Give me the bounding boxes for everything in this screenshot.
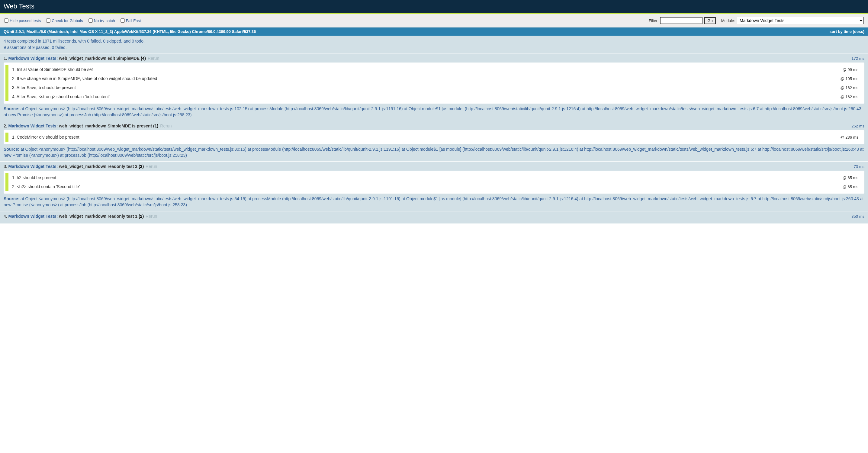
test-runtime: 172 ms	[851, 56, 864, 61]
rerun-link[interactable]: Rerun	[148, 56, 159, 61]
user-agent-banner: QUnit 2.9.1; Mozilla/5.0 (Macintosh; Int…	[0, 28, 868, 36]
test-source: Source: at Object.<anonymous> (http://lo…	[4, 147, 864, 158]
assertion-time: @ 162 ms	[840, 94, 858, 99]
assertion-message: 1. Initial Value of SimpleMDE should be …	[12, 67, 93, 72]
test-block: 2. Markdown Widget Tests: web_widget_mar…	[0, 121, 868, 161]
test-runtime: 73 ms	[854, 164, 864, 169]
test-module-name: Markdown Widget Tests:	[8, 214, 59, 219]
rerun-link[interactable]: Rerun	[160, 123, 172, 128]
source-text: at Object.<anonymous> (http://localhost:…	[4, 106, 861, 117]
assertion-time: @ 236 ms	[840, 135, 858, 140]
checkbox-group-hide-passed: Hide passed tests	[4, 19, 41, 23]
assertion-time: @ 65 ms	[843, 184, 858, 189]
toolbar: Hide passed testsCheck for GlobalsNo try…	[0, 14, 868, 28]
test-source: Source: at Object.<anonymous> (http://lo…	[4, 106, 864, 118]
tests-container: 1. Markdown Widget Tests: web_widget_mar…	[0, 54, 868, 224]
filter-group: Filter: Go	[649, 17, 716, 24]
no-trycatch-label[interactable]: No try-catch	[94, 19, 115, 23]
test-name: web_widget_markdown readonly test 2	[59, 164, 138, 169]
assertion-count: (4)	[141, 56, 146, 61]
test-block: 3. Markdown Widget Tests: web_widget_mar…	[0, 161, 868, 211]
hide-passed-label[interactable]: Hide passed tests	[10, 19, 41, 23]
check-globals-label[interactable]: Check for Globals	[52, 19, 83, 23]
toolbar-right: Filter: Go Module: Markdown Widget Tests	[649, 17, 864, 24]
test-module-name: Markdown Widget Tests:	[8, 164, 59, 169]
sort-by-time-link[interactable]: sort by time (desc)	[829, 29, 864, 34]
assertion-list: 1. h2 should be present@ 65 ms2. <h2> sh…	[4, 171, 864, 193]
test-module-name: Markdown Widget Tests:	[8, 123, 59, 128]
test-number: 4.	[4, 214, 8, 219]
assertion-count: (1)	[153, 123, 158, 128]
test-title-row: 4. Markdown Widget Tests: web_widget_mar…	[4, 214, 864, 219]
assertion-item[interactable]: 4. After Save, <strong> should contain '…	[5, 92, 861, 101]
source-text: at Object.<anonymous> (http://localhost:…	[4, 196, 864, 207]
assertion-count: (2)	[138, 164, 144, 169]
module-group: Module: Markdown Widget Tests	[721, 17, 864, 24]
test-source: Source: at Object.<anonymous> (http://lo…	[4, 196, 864, 208]
assertion-message: 1. h2 should be present	[12, 175, 56, 180]
module-select[interactable]: Markdown Widget Tests	[737, 17, 864, 24]
user-agent-text: QUnit 2.9.1; Mozilla/5.0 (Macintosh; Int…	[4, 29, 256, 34]
assertion-item[interactable]: 1. CodeMirror div should be present@ 236…	[5, 132, 861, 142]
assertion-message: 3. After Save, b should be present	[12, 85, 76, 90]
test-title-row: 2. Markdown Widget Tests: web_widget_mar…	[4, 123, 864, 128]
assertion-count: (2)	[138, 214, 144, 219]
rerun-link[interactable]: Rerun	[146, 214, 157, 219]
test-module-name: Markdown Widget Tests:	[8, 56, 59, 61]
filter-label: Filter:	[649, 19, 659, 23]
test-title[interactable]: 3. Markdown Widget Tests: web_widget_mar…	[4, 164, 157, 169]
assertion-list: 1. Initial Value of SimpleMDE should be …	[4, 62, 864, 103]
test-name: web_widget_markdown readonly test 1	[59, 214, 138, 219]
assertion-time: @ 162 ms	[840, 86, 858, 90]
page-header: Web Tests	[0, 0, 868, 13]
source-label: Source:	[4, 147, 21, 152]
filter-input[interactable]	[660, 17, 703, 24]
test-number: 2.	[4, 123, 8, 128]
assertion-item[interactable]: 2. <h2> should contain 'Second title'@ 6…	[5, 182, 861, 191]
source-label: Source:	[4, 196, 21, 201]
module-label: Module:	[721, 19, 735, 23]
summary-line-1: 4 tests completed in 1071 milliseconds, …	[4, 38, 864, 44]
summary-line-2: 9 assertions of 9 passed, 0 failed.	[4, 44, 864, 51]
assertion-item[interactable]: 1. Initial Value of SimpleMDE should be …	[5, 65, 861, 74]
no-trycatch-checkbox[interactable]	[89, 19, 93, 23]
toolbar-left: Hide passed testsCheck for GlobalsNo try…	[4, 19, 141, 23]
hide-passed-checkbox[interactable]	[4, 19, 8, 23]
go-button[interactable]: Go	[704, 17, 715, 24]
rerun-link[interactable]: Rerun	[146, 164, 157, 169]
test-number: 1.	[4, 56, 8, 61]
test-runtime: 350 ms	[851, 214, 864, 219]
test-title[interactable]: 2. Markdown Widget Tests: web_widget_mar…	[4, 123, 172, 128]
assertion-item[interactable]: 2. If we change value in SimpleMDE, valu…	[5, 74, 861, 83]
test-title-row: 1. Markdown Widget Tests: web_widget_mar…	[4, 56, 864, 61]
test-runtime: 252 ms	[851, 124, 864, 128]
test-name: web_widget_markdown SimpleMDE is present	[59, 123, 153, 128]
assertion-item[interactable]: 1. h2 should be present@ 65 ms	[5, 173, 861, 182]
test-block: 4. Markdown Widget Tests: web_widget_mar…	[0, 211, 868, 224]
check-globals-checkbox[interactable]	[46, 19, 51, 23]
test-title[interactable]: 4. Markdown Widget Tests: web_widget_mar…	[4, 214, 157, 219]
assertion-message: 1. CodeMirror div should be present	[12, 135, 80, 140]
assertion-message: 2. <h2> should contain 'Second title'	[12, 184, 80, 189]
fail-fast-label[interactable]: Fail Fast	[126, 19, 141, 23]
assertion-message: 2. If we change value in SimpleMDE, valu…	[12, 76, 157, 81]
page-title: Web Tests	[4, 2, 34, 10]
assertion-time: @ 99 ms	[843, 67, 858, 72]
fail-fast-checkbox[interactable]	[121, 19, 125, 23]
assertion-time: @ 105 ms	[840, 77, 858, 81]
assertion-time: @ 65 ms	[843, 176, 858, 180]
test-name: web_widget_markdown edit SimpleMDE	[59, 56, 141, 61]
assertion-item[interactable]: 3. After Save, b should be present@ 162 …	[5, 83, 861, 92]
source-label: Source:	[4, 106, 21, 111]
test-block: 1. Markdown Widget Tests: web_widget_mar…	[0, 54, 868, 121]
test-number: 3.	[4, 164, 8, 169]
assertion-message: 4. After Save, <strong> should contain '…	[12, 94, 110, 99]
assertion-list: 1. CodeMirror div should be present@ 236…	[4, 130, 864, 144]
test-title-row: 3. Markdown Widget Tests: web_widget_mar…	[4, 164, 864, 169]
checkbox-group-no-trycatch: No try-catch	[89, 19, 115, 23]
test-title[interactable]: 1. Markdown Widget Tests: web_widget_mar…	[4, 56, 159, 61]
test-summary: 4 tests completed in 1071 milliseconds, …	[0, 36, 868, 54]
checkbox-group-fail-fast: Fail Fast	[121, 19, 141, 23]
checkbox-group-check-globals: Check for Globals	[46, 19, 83, 23]
source-text: at Object.<anonymous> (http://localhost:…	[4, 147, 864, 158]
